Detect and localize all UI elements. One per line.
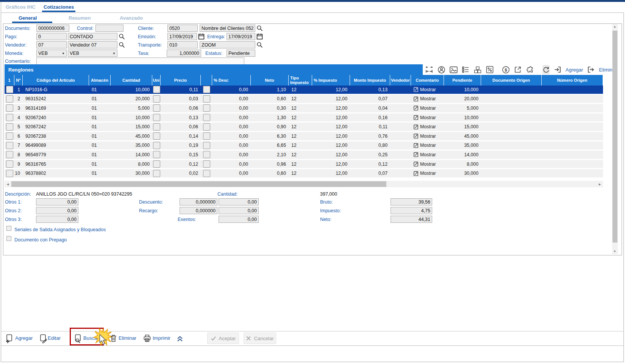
column-header-monto_impuesto[interactable]: Monto Impuesto — [350, 75, 390, 86]
column-header-num[interactable]: N° — [14, 75, 23, 86]
table-row[interactable]: 8965497790114,0000,150,002,101212,000,25… — [5, 151, 603, 160]
column-header-neto[interactable]: Neto — [251, 75, 289, 86]
row-cell-box[interactable] — [153, 142, 160, 149]
comment-mostrar-link[interactable]: Mostrar — [411, 95, 444, 103]
row-cell-box[interactable] — [203, 151, 210, 158]
column-header-codigo[interactable]: Código del Artículo — [23, 75, 89, 86]
scroll-up-arrow-icon[interactable]: ▲ — [613, 25, 616, 28]
collapse-chevrons-icon[interactable] — [176, 335, 184, 343]
scroll-left-arrow-icon[interactable]: ◄ — [6, 182, 9, 186]
comment-mostrar-link[interactable]: Mostrar — [411, 142, 444, 150]
row-select-box[interactable] — [6, 142, 13, 149]
pago-search-icon[interactable] — [119, 33, 125, 40]
tab-cotizaciones[interactable]: Cotizaciones — [44, 4, 74, 10]
tasa-field[interactable]: 1,000000 — [167, 50, 201, 57]
row-cell-box[interactable] — [203, 123, 210, 131]
tab-general[interactable]: General — [19, 15, 37, 21]
moneda-select-2[interactable]: VEB▼ — [68, 50, 117, 57]
refresh-icon[interactable] — [542, 65, 550, 74]
edit-document-icon[interactable] — [39, 334, 47, 342]
row-cell-box[interactable] — [203, 95, 210, 103]
column-header-sel[interactable]: 1 — [5, 75, 14, 86]
recargo-pct-field[interactable]: 0,000000 — [180, 207, 217, 214]
row-select-box[interactable] — [6, 104, 13, 112]
column-header-precio[interactable]: Precio — [161, 75, 201, 86]
row-cell-box[interactable] — [203, 170, 210, 177]
transporte-code-field[interactable]: 010 — [167, 41, 198, 48]
tab-avanzado[interactable]: Avanzado — [120, 15, 143, 21]
trash-icon[interactable] — [110, 334, 117, 342]
row-cell-box[interactable] — [153, 132, 160, 140]
percent-icon[interactable] — [486, 65, 494, 74]
user-icon[interactable] — [438, 65, 445, 74]
printer-icon[interactable] — [143, 334, 151, 342]
tab-graficos-ihc[interactable]: Gráficos IHC — [6, 4, 36, 10]
row-cell-box[interactable] — [203, 86, 210, 93]
recargo-monto-field[interactable]: 0,00 — [219, 207, 259, 214]
seriales-checkbox[interactable] — [6, 226, 11, 231]
emision-calendar-icon[interactable] — [198, 33, 205, 40]
comment-mostrar-link[interactable]: Mostrar — [411, 151, 444, 159]
descuento-pct-field[interactable]: 0,000000 — [180, 198, 217, 205]
row-cell-box[interactable] — [153, 160, 160, 168]
entrega-calendar-icon[interactable] — [256, 33, 263, 40]
agregar-button[interactable]: Agregar — [15, 335, 33, 341]
column-header-uni[interactable]: Uni — [152, 75, 161, 86]
row-cell-box[interactable] — [153, 123, 160, 131]
comment-mostrar-link[interactable]: Mostrar — [411, 123, 444, 131]
cancelar-button[interactable]: Cancelar — [244, 333, 276, 344]
export-row-icon[interactable] — [587, 65, 595, 74]
column-header-pendiente[interactable]: Pendiente — [444, 75, 481, 86]
column-header-tipo_impuesto[interactable]: Tipo Impuesto — [289, 75, 312, 86]
comment-mostrar-link[interactable]: Mostrar — [411, 114, 444, 122]
imprimir-button[interactable]: Imprimir — [153, 335, 170, 341]
aceptar-button[interactable]: Aceptar — [207, 333, 239, 344]
table-row[interactable]: 7964990890135,0000,190,006,651212,000,80… — [5, 142, 603, 151]
emision-field[interactable]: 17/09/2019 — [167, 33, 197, 40]
table-row[interactable]: 2963152420120,0000,030,000,601212,000,07… — [5, 95, 603, 104]
pago-name-field[interactable]: CONTADO — [68, 33, 117, 40]
transporte-search-icon[interactable] — [256, 42, 263, 48]
row-select-box[interactable] — [6, 170, 13, 177]
otros1-field[interactable]: 0,00 — [36, 198, 78, 205]
table-row[interactable]: 996316765018,0000,120,000,961212,000,12M… — [5, 160, 603, 170]
row-select-box[interactable] — [6, 114, 13, 121]
row-cell-box[interactable] — [153, 86, 160, 93]
moneda-select-1[interactable]: VEB▼ — [36, 50, 67, 57]
row-cell-box[interactable] — [153, 104, 160, 112]
row-cell-box[interactable] — [203, 160, 210, 168]
column-header-box2[interactable] — [201, 75, 212, 86]
table-row[interactable]: 10963788020130,0000,020,000,601212,000,0… — [5, 169, 603, 179]
comment-mostrar-link[interactable]: Mostrar — [411, 160, 444, 168]
scroll-down-arrow-icon[interactable]: ▼ — [613, 250, 616, 253]
eliminar-button[interactable]: Eliminar — [119, 335, 136, 341]
row-cell-box[interactable] — [153, 114, 160, 121]
row-cell-box[interactable] — [153, 170, 160, 177]
image-icon[interactable] — [450, 65, 458, 74]
horizontal-scroll-thumb[interactable] — [11, 181, 386, 187]
comment-mostrar-link[interactable]: Mostrar — [411, 132, 444, 140]
tab-resumen[interactable]: Resumen — [69, 15, 91, 21]
vendedor-code-field[interactable]: 07 — [36, 41, 67, 48]
column-header-comentario[interactable]: Comentario — [411, 75, 444, 86]
row-cell-box[interactable] — [153, 95, 160, 103]
vertical-scroll-thumb[interactable] — [612, 31, 617, 243]
column-resize-icon[interactable] — [425, 65, 433, 74]
column-header-pct_impuesto[interactable]: % Impuesto — [312, 75, 350, 86]
add-document-icon[interactable] — [5, 334, 13, 342]
column-header-vendedor[interactable]: Vendedor — [390, 75, 411, 86]
row-cell-box[interactable] — [203, 142, 210, 149]
descuento-monto-field[interactable]: 0,00 — [219, 198, 259, 205]
agregar-row-button[interactable]: Agregar — [566, 67, 583, 73]
exentos-field[interactable]: 0,00 — [219, 216, 259, 223]
list-icon[interactable] — [462, 65, 469, 74]
comment-mostrar-link[interactable]: Mostrar — [411, 169, 444, 177]
cliente-search-icon[interactable] — [256, 25, 263, 31]
comment-mostrar-link[interactable]: Mostrar — [411, 104, 444, 112]
editar-button[interactable]: Editar — [48, 335, 61, 341]
row-select-box[interactable] — [6, 95, 13, 103]
column-header-cantidad[interactable]: Cantidad — [111, 75, 152, 86]
row-select-box[interactable] — [6, 123, 13, 131]
documento-field[interactable]: 0000000006 — [36, 25, 69, 32]
table-row[interactable]: 4920672400110,0000,130,001,301212,000,16… — [5, 114, 603, 123]
